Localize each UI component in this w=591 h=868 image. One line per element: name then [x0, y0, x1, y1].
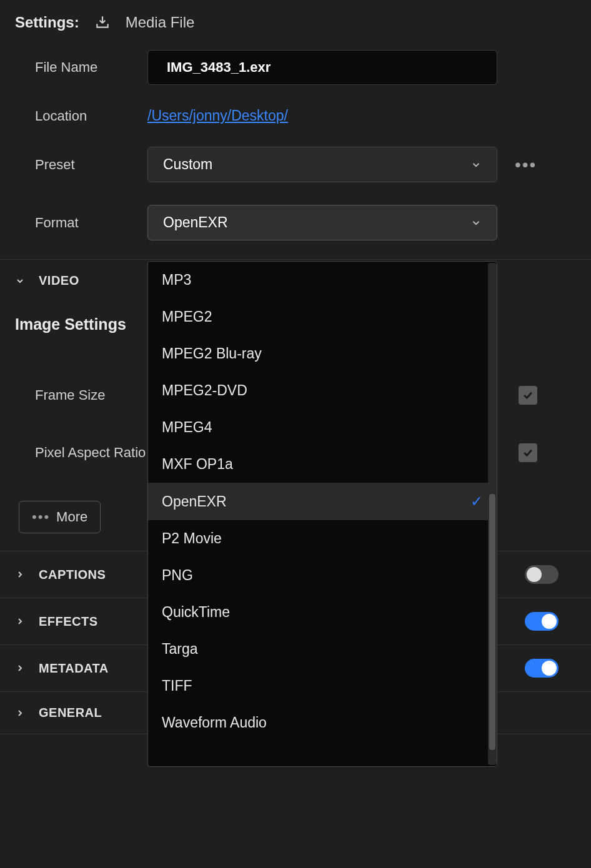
chevron-right-icon	[15, 570, 26, 579]
format-select[interactable]: OpenEXR	[147, 205, 497, 240]
format-option[interactable]: MPEG2 Blu-ray	[148, 335, 497, 372]
format-option-label: MP3	[162, 272, 191, 289]
chevron-right-icon	[15, 663, 26, 673]
frame-size-checkbox[interactable]	[519, 386, 537, 405]
captions-toggle[interactable]	[525, 565, 559, 584]
captions-label: CAPTIONS	[39, 568, 106, 582]
effects-label: EFFECTS	[39, 614, 98, 629]
format-option-label: TIFF	[162, 678, 192, 694]
format-option-label: PNG	[162, 567, 193, 584]
format-option-label: MPEG2-DVD	[162, 382, 247, 399]
format-option[interactable]: PNG	[148, 557, 497, 594]
format-option[interactable]: Waveform Audio	[148, 704, 497, 741]
pixel-aspect-ratio-label: Pixel Aspect Ratio	[35, 445, 147, 461]
format-option[interactable]: QuickTime	[148, 594, 497, 631]
format-dropdown: MP3MPEG2MPEG2 Blu-rayMPEG2-DVDMPEG4MXF O…	[147, 261, 497, 767]
metadata-toggle[interactable]	[525, 659, 559, 678]
check-icon: ✓	[470, 493, 483, 510]
format-option[interactable]: MP3	[148, 262, 497, 298]
dropdown-scroll-thumb[interactable]	[489, 494, 495, 750]
import-icon[interactable]	[94, 14, 111, 31]
format-option-label: MPEG4	[162, 419, 212, 436]
preset-label: Preset	[35, 157, 147, 173]
frame-size-label: Frame Size	[35, 387, 147, 403]
location-link[interactable]: /Users/jonny/Desktop/	[147, 107, 288, 124]
format-option-label: QuickTime	[162, 604, 230, 621]
file-name-label: File Name	[35, 59, 147, 76]
format-value: OpenEXR	[163, 214, 228, 231]
preset-more-icon[interactable]: •••	[515, 155, 537, 175]
format-option[interactable]: MXF OP1a	[148, 446, 497, 483]
preset-value: Custom	[163, 156, 212, 173]
more-button[interactable]: ••• More	[19, 501, 101, 533]
more-dots-icon: •••	[32, 509, 50, 525]
format-label: Format	[35, 215, 147, 231]
format-option-label: OpenEXR	[162, 493, 227, 510]
format-option[interactable]: MPEG2	[148, 298, 497, 335]
chevron-right-icon	[15, 708, 26, 718]
chevron-down-icon	[470, 159, 482, 170]
general-label: GENERAL	[39, 706, 102, 720]
format-option-label: Waveform Audio	[162, 714, 267, 731]
preset-select[interactable]: Custom	[147, 147, 497, 182]
format-option-label: MPEG2	[162, 308, 212, 325]
format-option-label: MXF OP1a	[162, 456, 233, 473]
chevron-down-icon	[15, 276, 26, 286]
more-button-label: More	[56, 509, 87, 525]
media-file-label: Media File	[126, 14, 195, 31]
effects-toggle[interactable]	[525, 612, 559, 631]
format-option[interactable]: Targa	[148, 631, 497, 668]
format-option[interactable]: OpenEXR✓	[148, 483, 497, 520]
format-option[interactable]: TIFF	[148, 668, 497, 704]
format-option-label: MPEG2 Blu-ray	[162, 345, 262, 362]
chevron-down-icon	[470, 217, 482, 229]
format-option-label: P2 Movie	[162, 530, 222, 547]
location-label: Location	[35, 108, 147, 124]
dropdown-scrollbar[interactable]	[488, 263, 497, 765]
format-option-label: Targa	[162, 641, 198, 658]
video-section-label: VIDEO	[39, 274, 79, 288]
format-option[interactable]: MPEG2-DVD	[148, 372, 497, 409]
metadata-label: METADATA	[39, 661, 109, 676]
format-option[interactable]: MPEG4	[148, 409, 497, 446]
settings-heading: Settings:	[15, 14, 79, 31]
format-option[interactable]: P2 Movie	[148, 520, 497, 557]
pixel-aspect-ratio-checkbox[interactable]	[519, 443, 537, 462]
file-name-input[interactable]	[147, 50, 497, 85]
chevron-right-icon	[15, 616, 26, 626]
